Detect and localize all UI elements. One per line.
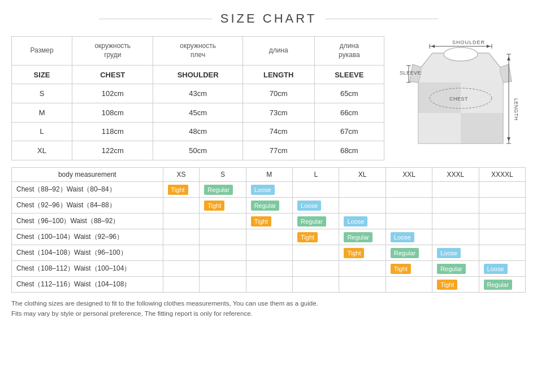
body-row-6-m (246, 261, 292, 277)
loose-badge: Loose (437, 248, 461, 258)
header-ru-shoulder: окружностьплеч (153, 37, 242, 66)
body-row-4-xs (163, 229, 200, 245)
body-row-6-xxxl: Regular (432, 261, 479, 277)
body-header-l: L (293, 168, 339, 182)
body-row-5-xs (163, 245, 200, 261)
body-row-2-l: Loose (293, 198, 339, 214)
chest-label-diag: CHEST (449, 96, 468, 102)
body-row-3-s (200, 214, 246, 229)
regular-badge: Regular (251, 201, 280, 211)
header-en-size: SIZE (12, 65, 72, 84)
body-row-3-xxxxl (479, 214, 525, 229)
length-s: 70cm (242, 84, 314, 103)
body-row-5: Chest（104–108）Waist（96–100） Tight Regula… (12, 245, 526, 261)
header-ru-chest: окружностьгруди (72, 37, 153, 66)
body-row-1-xxl (386, 182, 432, 198)
body-row-2-xl (339, 198, 386, 214)
body-header-xs: XS (163, 168, 200, 182)
loose-badge: Loose (251, 185, 275, 195)
size-m: M (12, 103, 72, 123)
body-header-xxl: XXL (386, 168, 432, 182)
body-row-4-l: Tight (293, 229, 339, 245)
body-row-5-xxxxl (479, 245, 525, 261)
length-m: 73cm (242, 103, 314, 123)
svg-rect-7 (418, 113, 461, 143)
length-xl: 77cm (242, 141, 314, 160)
sleeve-s: 65cm (314, 84, 384, 103)
sleeve-l: 67cm (314, 122, 384, 141)
svg-marker-14 (507, 56, 510, 60)
footer-note: The clothing sizes are designed to fit t… (11, 298, 526, 319)
shoulder-xl: 50cm (153, 141, 242, 160)
header-ru-length: длина (242, 37, 314, 66)
size-row-l: L 118cm 48cm 74cm 67cm (12, 122, 384, 141)
body-row-4-xxxl (432, 229, 479, 245)
body-row-4-xl: Regular (339, 229, 386, 245)
body-row-7-m (246, 277, 292, 293)
body-row-4-s (200, 229, 246, 245)
regular-badge: Regular (437, 264, 466, 274)
body-table-header: body measurement XS S M L XL XXL XXXL XX… (12, 168, 526, 182)
body-row-4-m (246, 229, 292, 245)
body-measurement-table: body measurement XS S M L XL XXL XXXL XX… (11, 167, 526, 293)
footer-line-1: The clothing sizes are designed to fit t… (11, 300, 318, 307)
regular-badge: Regular (391, 248, 419, 258)
chest-m: 108cm (72, 103, 153, 123)
size-table: Размер окружностьгруди окружностьплеч дл… (11, 36, 384, 160)
body-row-1-s: Regular (200, 182, 246, 198)
body-row-5-m (246, 245, 292, 261)
chest-s: 102cm (72, 84, 153, 103)
body-row-5-xxxl: Loose (432, 245, 479, 261)
body-row-3: Chest（96–100）Waist（88–92） Tight Regular … (12, 214, 526, 229)
top-section: Размер окружностьгруди окружностьплеч дл… (11, 36, 526, 160)
header-en-shoulder: SHOULDER (153, 65, 242, 84)
body-row-7-xs (163, 277, 200, 293)
shoulder-label: SHOULDER (452, 40, 485, 45)
body-row-7-xl (339, 277, 386, 293)
body-row-6-s (200, 261, 246, 277)
regular-badge: Regular (204, 185, 233, 195)
body-row-1-xxxxl (479, 182, 525, 198)
size-xl: XL (12, 141, 72, 160)
size-s: S (12, 84, 72, 103)
body-row-5-xxl: Regular (386, 245, 432, 261)
size-l: L (12, 122, 72, 141)
size-row-s: S 102cm 43cm 70cm 65cm (12, 84, 384, 103)
body-row-5-s (200, 245, 246, 261)
tight-badge: Tight (344, 248, 364, 258)
body-row-4-xxl: Loose (386, 229, 432, 245)
tight-badge: Tight (204, 201, 224, 211)
header-en-chest: CHEST (72, 65, 153, 84)
body-row-4-label: Chest（100–104）Waist（92–96） (12, 229, 163, 245)
size-row-m: M 108cm 45cm 73cm 66cm (12, 103, 384, 123)
body-row-6-xxl: Tight (386, 261, 432, 277)
body-header-xxxl: XXXL (432, 168, 479, 182)
header-row-en: SIZE CHEST SHOULDER LENGTH SLEEVE (12, 65, 384, 84)
body-row-2-xxxxl (479, 198, 525, 214)
body-row-6-l (293, 261, 339, 277)
body-row-3-xxxl (432, 214, 479, 229)
regular-badge: Regular (297, 216, 326, 227)
body-header-m: M (246, 168, 292, 182)
body-row-7-s (200, 277, 246, 293)
body-header-label: body measurement (12, 168, 163, 182)
body-row-4: Chest（100–104）Waist（92–96） Tight Regular… (12, 229, 526, 245)
loose-badge: Loose (484, 264, 508, 274)
body-row-7-xxxxl: Regular (479, 277, 525, 293)
body-row-3-xs (163, 214, 200, 229)
body-row-1-label: Chest（88–92）Waist（80–84） (12, 182, 163, 198)
body-row-7-xxl (386, 277, 432, 293)
body-row-3-label: Chest（96–100）Waist（88–92） (12, 214, 163, 229)
body-row-7-label: Chest（112–116）Waist（104–108） (12, 277, 163, 293)
body-row-3-l: Regular (293, 214, 339, 229)
svg-rect-8 (461, 113, 503, 143)
tight-badge: Tight (297, 232, 318, 242)
shoulder-s: 43cm (153, 84, 242, 103)
svg-marker-3 (431, 45, 435, 48)
header-ru-size: Размер (12, 37, 72, 66)
chest-xl: 122cm (72, 141, 153, 160)
body-header-xxxxl: XXXXL (479, 168, 525, 182)
body-row-3-xl: Loose (339, 214, 386, 229)
length-label-diag: LENGTH (513, 98, 519, 121)
chest-l: 118cm (72, 122, 153, 141)
